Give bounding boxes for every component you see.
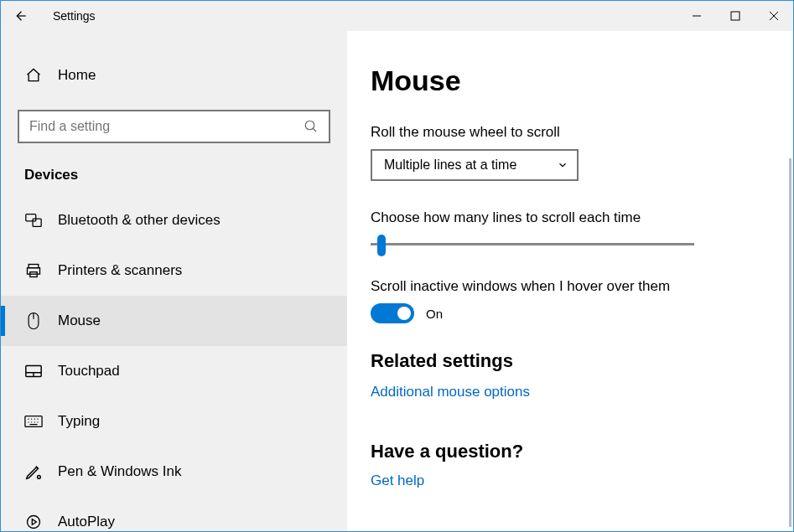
sidebar-home-label: Home bbox=[58, 67, 96, 84]
search-icon bbox=[304, 119, 319, 134]
sidebar-group-label: Devices bbox=[1, 143, 347, 195]
touchpad-icon bbox=[24, 362, 43, 380]
scroll-mode-label: Roll the mouse wheel to scroll bbox=[371, 124, 770, 141]
sidebar-item-label: Pen & Windows Ink bbox=[58, 463, 181, 480]
sidebar: Home Devices Bluetooth & other devices P… bbox=[1, 31, 347, 531]
bluetooth-devices-icon bbox=[24, 211, 43, 230]
additional-mouse-options-link[interactable]: Additional mouse options bbox=[371, 384, 530, 400]
chevron-down-icon bbox=[557, 159, 568, 171]
lines-slider-group: Choose how many lines to scroll each tim… bbox=[371, 209, 770, 255]
svg-point-1 bbox=[305, 121, 314, 130]
title-bar: Settings bbox=[1, 1, 793, 31]
scroll-mode-select[interactable]: Multiple lines at a time bbox=[371, 149, 579, 181]
close-icon bbox=[769, 11, 779, 21]
inactive-toggle[interactable] bbox=[371, 303, 414, 323]
svg-point-10 bbox=[38, 476, 41, 479]
close-button[interactable] bbox=[755, 1, 793, 31]
sidebar-item-label: Mouse bbox=[58, 312, 101, 329]
minimize-icon bbox=[692, 11, 702, 21]
sidebar-item-label: Typing bbox=[58, 413, 100, 430]
autoplay-icon bbox=[24, 513, 43, 531]
slider-thumb[interactable] bbox=[377, 235, 386, 256]
sidebar-item-touchpad[interactable]: Touchpad bbox=[1, 346, 347, 396]
mouse-icon bbox=[24, 312, 43, 330]
sidebar-item-mouse[interactable]: Mouse bbox=[1, 296, 347, 346]
lines-slider[interactable] bbox=[371, 235, 694, 255]
scrollbar[interactable] bbox=[789, 158, 791, 527]
sidebar-item-label: AutoPlay bbox=[58, 514, 115, 530]
inactive-label: Scroll inactive windows when I hover ove… bbox=[371, 278, 770, 295]
svg-point-11 bbox=[28, 516, 40, 529]
get-help-link[interactable]: Get help bbox=[371, 473, 424, 489]
svg-rect-0 bbox=[731, 12, 740, 20]
slider-track bbox=[371, 243, 694, 245]
sidebar-home[interactable]: Home bbox=[1, 56, 347, 95]
svg-rect-9 bbox=[25, 416, 42, 427]
search-container bbox=[18, 110, 330, 143]
inactive-toggle-state: On bbox=[426, 307, 443, 321]
printer-icon bbox=[24, 261, 43, 280]
maximize-button[interactable] bbox=[716, 1, 755, 31]
keyboard-icon bbox=[24, 412, 43, 431]
back-arrow-icon bbox=[13, 8, 28, 23]
toggle-knob bbox=[397, 307, 411, 320]
sidebar-item-bluetooth[interactable]: Bluetooth & other devices bbox=[1, 195, 347, 245]
lines-label: Choose how many lines to scroll each tim… bbox=[371, 209, 770, 226]
svg-rect-3 bbox=[33, 219, 41, 226]
main-area: Home Devices Bluetooth & other devices P… bbox=[1, 31, 793, 531]
search-box[interactable] bbox=[18, 110, 330, 143]
scroll-mode-value: Multiple lines at a time bbox=[384, 158, 516, 173]
window-title: Settings bbox=[39, 9, 96, 23]
sidebar-item-autoplay[interactable]: AutoPlay bbox=[1, 497, 347, 531]
inactive-toggle-row: On bbox=[371, 303, 770, 323]
sidebar-item-pen[interactable]: Pen & Windows Ink bbox=[1, 447, 347, 497]
maximize-icon bbox=[730, 11, 740, 21]
page-heading: Mouse bbox=[371, 65, 770, 97]
search-input[interactable] bbox=[29, 119, 304, 134]
minimize-button[interactable] bbox=[677, 1, 716, 31]
related-heading: Related settings bbox=[371, 350, 770, 372]
sidebar-item-printers[interactable]: Printers & scanners bbox=[1, 245, 347, 296]
sidebar-item-label: Printers & scanners bbox=[58, 262, 182, 279]
svg-rect-5 bbox=[28, 268, 40, 275]
sidebar-item-typing[interactable]: Typing bbox=[1, 396, 347, 447]
home-icon bbox=[24, 66, 43, 85]
content-pane: Mouse Roll the mouse wheel to scroll Mul… bbox=[347, 31, 793, 531]
svg-rect-2 bbox=[26, 214, 36, 221]
sidebar-item-label: Touchpad bbox=[58, 363, 120, 380]
question-heading: Have a question? bbox=[371, 441, 770, 462]
window-controls bbox=[677, 1, 793, 31]
back-button[interactable] bbox=[1, 1, 39, 31]
sidebar-item-label: Bluetooth & other devices bbox=[58, 212, 221, 229]
pen-icon bbox=[24, 462, 43, 481]
